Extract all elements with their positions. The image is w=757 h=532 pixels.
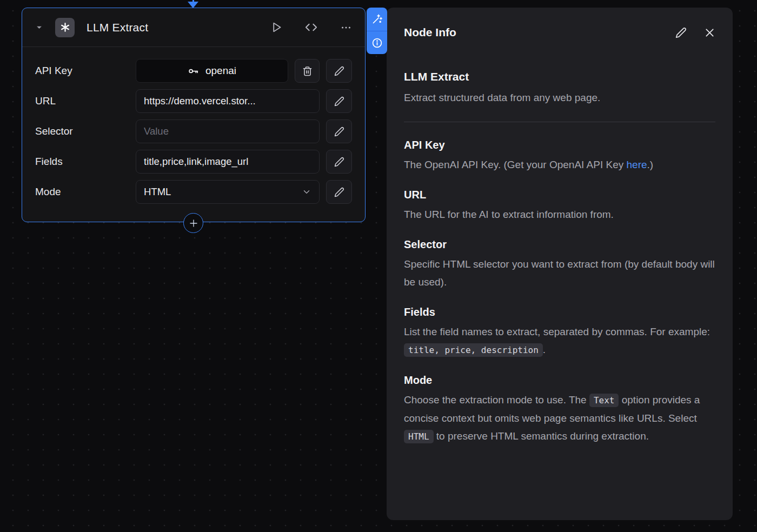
panel-header: Node Info: [387, 8, 733, 39]
mode-section-text: Choose the extraction mode to use. The T…: [404, 391, 715, 445]
mode-row: Mode HTML: [35, 180, 352, 204]
pencil-icon: [675, 27, 687, 38]
node-header[interactable]: LLM Extract: [22, 8, 365, 47]
delete-api-key-button[interactable]: [295, 59, 320, 83]
code-icon: [305, 21, 317, 34]
url-section-heading: URL: [404, 187, 715, 202]
panel-node-title: LLM Extract: [404, 69, 715, 84]
key-icon: [188, 65, 199, 77]
url-section: URL The URL for the AI to extract inform…: [404, 187, 715, 223]
mode-label: Mode: [35, 186, 136, 198]
api-key-section-text: The OpenAI API Key. (Get your OpenAI API…: [404, 156, 715, 174]
fields-section-heading: Fields: [404, 304, 715, 320]
selector-section-heading: Selector: [404, 237, 715, 252]
mode-select[interactable]: HTML: [136, 180, 320, 204]
info-icon: [371, 37, 383, 49]
view-code-button[interactable]: [305, 21, 317, 34]
close-icon: [704, 27, 715, 38]
selector-label: Selector: [35, 125, 136, 137]
url-label: URL: [35, 95, 136, 107]
node-info-panel: Node Info LLM Extract Extract structured…: [387, 8, 733, 520]
url-row: URL: [35, 89, 352, 113]
api-key-label: API Key: [35, 65, 136, 77]
mode-text-3: to preserve HTML semantics during extrac…: [434, 430, 649, 442]
trash-icon: [302, 66, 313, 76]
fields-text: List the field names to extract, separat…: [404, 326, 710, 337]
node-title: LLM Extract: [87, 21, 259, 34]
mode-section: Mode Choose the extraction mode to use. …: [404, 373, 715, 445]
edit-fields-button[interactable]: [326, 150, 352, 174]
api-key-section: API Key The OpenAI API Key. (Get your Op…: [404, 137, 715, 174]
here-link[interactable]: here: [627, 159, 647, 170]
fields-label: Fields: [35, 156, 136, 168]
llm-extract-node[interactable]: LLM Extract API Key: [22, 8, 366, 222]
play-icon: [271, 22, 282, 33]
api-key-value-button[interactable]: openai: [136, 59, 288, 83]
plus-icon: [189, 218, 198, 228]
edit-selector-button[interactable]: [326, 119, 352, 143]
mode-selected-value: HTML: [144, 186, 171, 198]
node-quick-toolbar: [367, 8, 387, 54]
fields-input[interactable]: [136, 150, 320, 174]
select-chevron-icon: [302, 187, 311, 197]
ellipsis-icon: [340, 22, 352, 34]
url-section-text: The URL for the AI to extract informatio…: [404, 205, 715, 223]
pencil-icon: [334, 187, 344, 197]
api-key-text-suffix: .): [647, 159, 654, 170]
pencil-icon: [334, 157, 344, 167]
edit-node-info-button[interactable]: [675, 27, 687, 38]
edit-url-button[interactable]: [326, 89, 352, 113]
mode-text-1: Choose the extraction mode to use. The: [404, 394, 589, 405]
api-key-section-heading: API Key: [404, 137, 715, 152]
mode-html-code: HTML: [404, 430, 434, 443]
node-info-button[interactable]: [367, 31, 387, 54]
panel-body: LLM Extract Extract structured data from…: [387, 39, 733, 475]
fields-text-suffix: .: [543, 344, 546, 355]
wand-sparkles-icon: [371, 14, 383, 25]
fields-section: Fields List the field names to extract, …: [404, 304, 715, 359]
pencil-icon: [334, 66, 344, 76]
selector-row: Selector: [35, 119, 352, 143]
add-node-button[interactable]: [183, 213, 203, 233]
collapse-node-button[interactable]: [35, 23, 43, 31]
openai-logo-icon: [55, 18, 75, 37]
more-options-button[interactable]: [340, 22, 352, 34]
fields-section-text: List the field names to extract, separat…: [404, 323, 715, 359]
divider: [404, 122, 715, 122]
pencil-icon: [334, 127, 344, 137]
chevron-down-icon: [35, 23, 43, 31]
ai-fix-button[interactable]: [367, 8, 387, 31]
api-key-row: API Key openai: [35, 59, 352, 83]
selector-section: Selector Specific HTML selector you want…: [404, 237, 715, 291]
mode-text-code: Text: [589, 394, 619, 407]
run-node-button[interactable]: [271, 22, 282, 33]
fields-row: Fields: [35, 150, 352, 174]
fields-example-code: title, price, description: [404, 343, 543, 357]
api-key-value: openai: [205, 65, 236, 77]
panel-node-description: Extract structured data from any web pag…: [404, 89, 715, 107]
url-input[interactable]: [136, 89, 320, 113]
mode-section-heading: Mode: [404, 373, 715, 388]
pencil-icon: [334, 96, 344, 107]
edit-mode-button[interactable]: [326, 180, 352, 204]
selector-section-text: Specific HTML selector you want to extra…: [404, 255, 715, 291]
api-key-text: The OpenAI API Key. (Get your OpenAI API…: [404, 159, 627, 170]
selector-input[interactable]: [136, 119, 320, 143]
edit-api-key-button[interactable]: [326, 59, 352, 83]
panel-title: Node Info: [404, 26, 456, 39]
close-panel-button[interactable]: [704, 27, 715, 38]
